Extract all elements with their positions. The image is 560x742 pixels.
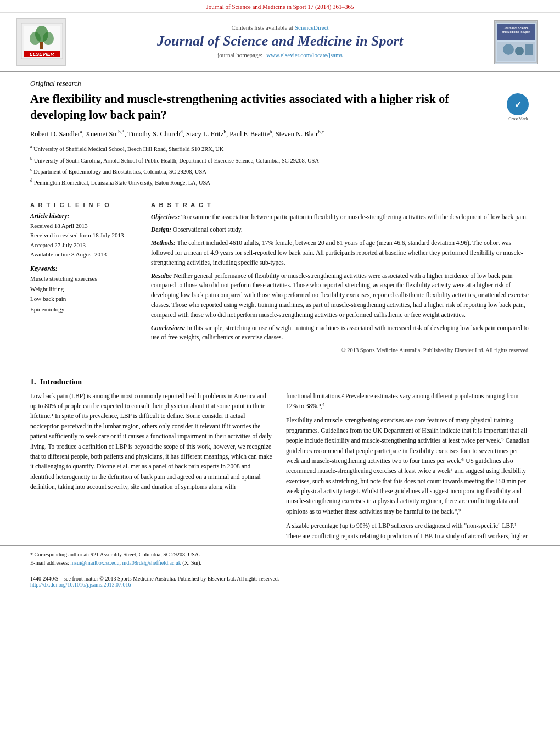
authors-text: Robert D. Sandlera, Xuemei Suib,*, Timot… [30, 130, 324, 138]
svg-point-4 [43, 32, 54, 45]
section-label-text: Original research [30, 79, 81, 87]
homepage-label: journal homepage: [217, 52, 262, 58]
journal-cover-image: Journal of Science and Medicine in Sport [494, 20, 538, 64]
design-label: Design: [151, 226, 171, 233]
corresponding-label: * Corresponding author at: [30, 551, 89, 557]
affiliation-c: c Department of Epidemiology and Biostat… [30, 166, 530, 176]
email-link[interactable]: msui@mailbox.sc.edu [70, 560, 119, 566]
intro-para-left-1: Low back pain (LBP) is among the most co… [30, 391, 274, 492]
received-date: Received 18 April 2013 [30, 221, 140, 231]
article-history-label: Article history: [30, 213, 140, 219]
corresponding-author-note: * Corresponding author at: 921 Assembly … [30, 550, 530, 559]
top-bar: Journal of Science and Medicine in Sport… [0, 0, 560, 13]
abstract-text: Objectives: To examine the association b… [151, 213, 530, 355]
article-title-row: Are flexibility and muscle-strengthening… [30, 91, 530, 122]
email-link-2[interactable]: mda08rds@sheffield.ac.uk [122, 560, 181, 566]
article-section-label: Original research [30, 79, 530, 88]
abstract-design: Design: Observational cohort study. [151, 225, 530, 235]
svg-point-15 [515, 47, 524, 55]
revised-date: Received in revised form 18 July 2013 [30, 231, 140, 241]
divider-1 [30, 196, 530, 196]
doi-link[interactable]: http://dx.doi.org/10.1016/j.jsams.2013.0… [30, 582, 131, 588]
svg-point-3 [30, 32, 41, 45]
keyword-3: Low back pain [30, 294, 140, 304]
contents-available-line: Contents lists available at ScienceDirec… [66, 24, 494, 31]
conclusions-label: Conclusions: [151, 325, 186, 331]
svg-text:ELSEVIER: ELSEVIER [30, 52, 54, 57]
corresponding-address: 921 Assembly Street, Columbia, SC 29208,… [91, 551, 200, 557]
keywords-label: Keywords: [30, 265, 140, 272]
journal-cover-svg: Journal of Science and Medicine in Sport [495, 21, 537, 64]
keyword-4: Epidemiology [30, 304, 140, 315]
svg-rect-5 [40, 42, 43, 49]
affiliations-block: a University of Sheffield Medical School… [30, 144, 530, 187]
design-text: Observational cohort study. [173, 226, 243, 233]
available-date: Available online 8 August 2013 [30, 250, 140, 260]
accepted-date: Accepted 27 July 2013 [30, 241, 140, 250]
svg-point-14 [503, 44, 514, 55]
svg-text:✓: ✓ [514, 100, 522, 109]
abstract-conclusions: Conclusions: In this sample, stretching … [151, 323, 530, 343]
journal-thumbnail: Journal of Science and Medicine in Sport [494, 20, 544, 64]
abstract-results: Results: Neither general performance of … [151, 271, 530, 320]
results-label: Results: [151, 272, 172, 279]
divider-2 [30, 372, 530, 372]
intro-col-right: functional limitations.² Prevalence esti… [286, 391, 530, 545]
crossmark-circle: ✓ [507, 93, 529, 115]
bottom-bar: 1440-2440/$ – see front matter © 2013 Sp… [0, 572, 560, 591]
affiliation-b: b University of South Carolina, Arnold S… [30, 155, 530, 165]
article-info-column: A R T I C L E I N F O Article history: R… [30, 202, 140, 355]
svg-rect-16 [525, 44, 533, 55]
results-text: Neither general performance of flexibili… [151, 272, 529, 318]
article-container: Original research Are flexibility and mu… [0, 72, 560, 355]
email-addresses-note: E-mail addresses: msui@mailbox.sc.edu, m… [30, 559, 530, 567]
affiliation-d: d Pennington Biomedical, Louisiana State… [30, 177, 530, 187]
methods-label: Methods: [151, 239, 176, 246]
objectives-text: To examine the association between parti… [181, 214, 528, 220]
keyword-2: Weight lifting [30, 284, 140, 294]
affiliation-a: a University of Sheffield Medical School… [30, 144, 530, 154]
issn-line: 1440-2440/$ – see front matter © 2013 Sp… [30, 576, 530, 582]
abstract-header: A B S T R A C T [151, 202, 530, 208]
homepage-url[interactable]: www.elsevier.com/locate/jsams [266, 52, 343, 58]
crossmark-badge: ✓ CrossMark [507, 93, 530, 121]
keywords-list: Muscle stretching exercises Weight lifti… [30, 274, 140, 315]
abstract-methods: Methods: The cohort included 4610 adults… [151, 238, 530, 267]
intro-para-right-1: functional limitations.² Prevalence esti… [286, 391, 530, 411]
footnote-section: * Corresponding author at: 921 Assembly … [0, 545, 560, 567]
elsevier-logo: ELSEVIER [16, 18, 66, 66]
crossmark-svg: ✓ [510, 97, 525, 112]
email-label: E-mail addresses: [30, 560, 69, 566]
intro-col-left: Low back pain (LBP) is among the most co… [30, 391, 274, 545]
svg-text:Journal of Science: Journal of Science [504, 26, 529, 30]
authors-line: Robert D. Sandlera, Xuemei Suib,*, Timot… [30, 128, 530, 140]
section-number: 1. [30, 378, 36, 386]
contents-label: Contents lists available at [231, 24, 293, 31]
section-title-text: Introduction [40, 378, 82, 386]
svg-text:and Medicine in Sport: and Medicine in Sport [502, 30, 530, 34]
homepage-line: journal homepage: www.elsevier.com/locat… [66, 52, 494, 58]
intro-para-right-2: Flexibility and muscle-strengthening exe… [286, 415, 530, 516]
journal-title-block: Contents lists available at ScienceDirec… [66, 24, 494, 60]
crossmark-label: CrossMark [507, 116, 530, 121]
email-suffix: (X. Sui). [182, 560, 201, 566]
methods-text: The cohort included 4610 adults, 17% fem… [151, 239, 523, 266]
journal-name: Journal of Science and Medicine in Sport [66, 33, 494, 49]
article-title: Are flexibility and muscle-strengthening… [30, 91, 500, 122]
introduction-title: 1. Introduction [30, 378, 530, 387]
journal-citation: Journal of Science and Medicine in Sport… [206, 3, 354, 10]
abstract-column: A B S T R A C T Objectives: To examine t… [151, 202, 530, 355]
intro-para-right-3: A sizable percentage (up to 90%) of LBP … [286, 521, 530, 541]
article-info-abstract: A R T I C L E I N F O Article history: R… [30, 202, 530, 355]
keyword-1: Muscle stretching exercises [30, 274, 140, 284]
body-section: 1. Introduction Low back pain (LBP) is a… [0, 361, 560, 545]
journal-header: ELSEVIER Contents lists available at Sci… [0, 13, 560, 72]
sciencedirect-link[interactable]: ScienceDirect [295, 24, 329, 31]
conclusions-text: In this sample, stretching or use of wei… [151, 325, 529, 341]
doi-line: http://dx.doi.org/10.1016/j.jsams.2013.0… [30, 582, 530, 588]
elsevier-logo-svg: ELSEVIER [21, 23, 63, 59]
abstract-objectives: Objectives: To examine the association b… [151, 213, 530, 222]
copyright-line: © 2013 Sports Medicine Australia. Publis… [151, 346, 530, 355]
introduction-columns: Low back pain (LBP) is among the most co… [30, 391, 530, 545]
objectives-label: Objectives: [151, 214, 180, 220]
